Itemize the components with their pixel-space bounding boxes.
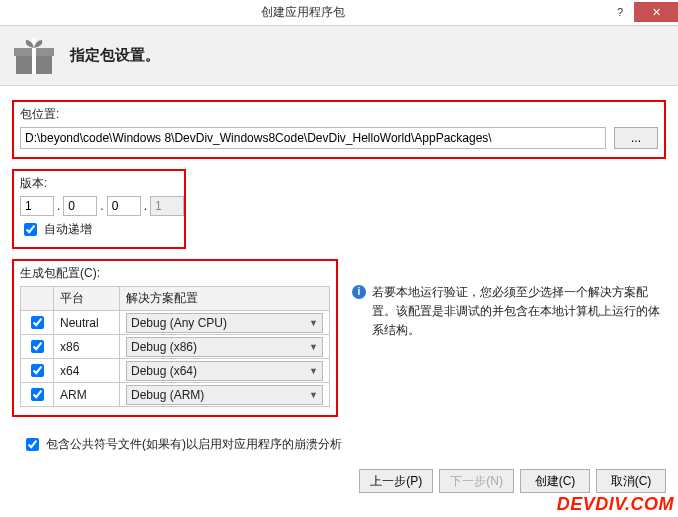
- config-group: 生成包配置(C): 平台 解决方案配置 Neutral Debug (Any C…: [12, 259, 338, 417]
- row-solution-select[interactable]: Debug (Any CPU)▼: [126, 313, 323, 333]
- version-minor[interactable]: [63, 196, 97, 216]
- chevron-down-icon: ▼: [309, 390, 318, 400]
- browse-button[interactable]: ...: [614, 127, 658, 149]
- table-row: Neutral Debug (Any CPU)▼: [21, 311, 330, 335]
- row-platform: Neutral: [54, 311, 120, 335]
- symbols-checkbox[interactable]: [26, 438, 39, 451]
- row-solution-select[interactable]: Debug (ARM)▼: [126, 385, 323, 405]
- version-label: 版本:: [20, 175, 178, 192]
- chevron-down-icon: ▼: [309, 342, 318, 352]
- table-header-row: 平台 解决方案配置: [21, 287, 330, 311]
- table-row: x64 Debug (x64)▼: [21, 359, 330, 383]
- create-button[interactable]: 创建(C): [520, 469, 590, 493]
- svg-rect-2: [32, 38, 36, 74]
- table-row: ARM Debug (ARM)▼: [21, 383, 330, 407]
- col-platform: 平台: [54, 287, 120, 311]
- window-buttons: ? ✕: [606, 0, 678, 25]
- row-platform: x86: [54, 335, 120, 359]
- page-title: 指定包设置。: [70, 46, 160, 65]
- symbols-label: 包含公共符号文件(如果有)以启用对应用程序的崩溃分析: [46, 436, 342, 453]
- window-title: 创建应用程序包: [0, 4, 606, 21]
- chevron-down-icon: ▼: [309, 318, 318, 328]
- auto-increment-label: 自动递增: [44, 221, 92, 238]
- row-checkbox[interactable]: [31, 364, 44, 377]
- watermark: DEVDIV.COM: [557, 494, 674, 515]
- version-row: . . .: [20, 196, 178, 216]
- row-checkbox[interactable]: [31, 388, 44, 401]
- config-note-text: 若要本地运行验证，您必须至少选择一个解决方案配置。该配置是非调试的并包含在本地计…: [372, 283, 666, 341]
- row-solution-select[interactable]: Debug (x86)▼: [126, 337, 323, 357]
- cancel-button[interactable]: 取消(C): [596, 469, 666, 493]
- version-major[interactable]: [20, 196, 54, 216]
- next-button: 下一步(N): [439, 469, 514, 493]
- location-label: 包位置:: [20, 106, 658, 123]
- info-icon: i: [352, 285, 366, 299]
- col-check: [21, 287, 54, 311]
- help-button[interactable]: ?: [606, 2, 634, 22]
- auto-increment-row[interactable]: 自动递增: [20, 220, 178, 239]
- version-revision: [150, 196, 184, 216]
- package-icon: [12, 34, 56, 78]
- location-group: 包位置: ...: [12, 100, 666, 159]
- col-solution: 解决方案配置: [120, 287, 330, 311]
- prev-button[interactable]: 上一步(P): [359, 469, 433, 493]
- header-band: 指定包设置。: [0, 26, 678, 86]
- row-checkbox[interactable]: [31, 316, 44, 329]
- close-button[interactable]: ✕: [634, 2, 678, 22]
- footer-buttons: 上一步(P) 下一步(N) 创建(C) 取消(C): [359, 469, 666, 493]
- row-checkbox[interactable]: [31, 340, 44, 353]
- content-area: 包位置: ... 版本: . . . 自动递增 生成包配置(C):: [0, 86, 678, 454]
- location-input[interactable]: [20, 127, 606, 149]
- config-wrap: 生成包配置(C): 平台 解决方案配置 Neutral Debug (Any C…: [12, 259, 666, 427]
- title-bar: 创建应用程序包 ? ✕: [0, 0, 678, 26]
- table-row: x86 Debug (x86)▼: [21, 335, 330, 359]
- version-group: 版本: . . . 自动递增: [12, 169, 186, 249]
- auto-increment-checkbox[interactable]: [24, 223, 37, 236]
- row-platform: x64: [54, 359, 120, 383]
- config-note: i 若要本地运行验证，您必须至少选择一个解决方案配置。该配置是非调试的并包含在本…: [352, 259, 666, 341]
- config-label: 生成包配置(C):: [20, 265, 330, 282]
- row-solution-select[interactable]: Debug (x64)▼: [126, 361, 323, 381]
- symbols-row[interactable]: 包含公共符号文件(如果有)以启用对应用程序的崩溃分析: [22, 435, 666, 454]
- row-platform: ARM: [54, 383, 120, 407]
- version-build[interactable]: [107, 196, 141, 216]
- config-table: 平台 解决方案配置 Neutral Debug (Any CPU)▼ x86 D…: [20, 286, 330, 407]
- chevron-down-icon: ▼: [309, 366, 318, 376]
